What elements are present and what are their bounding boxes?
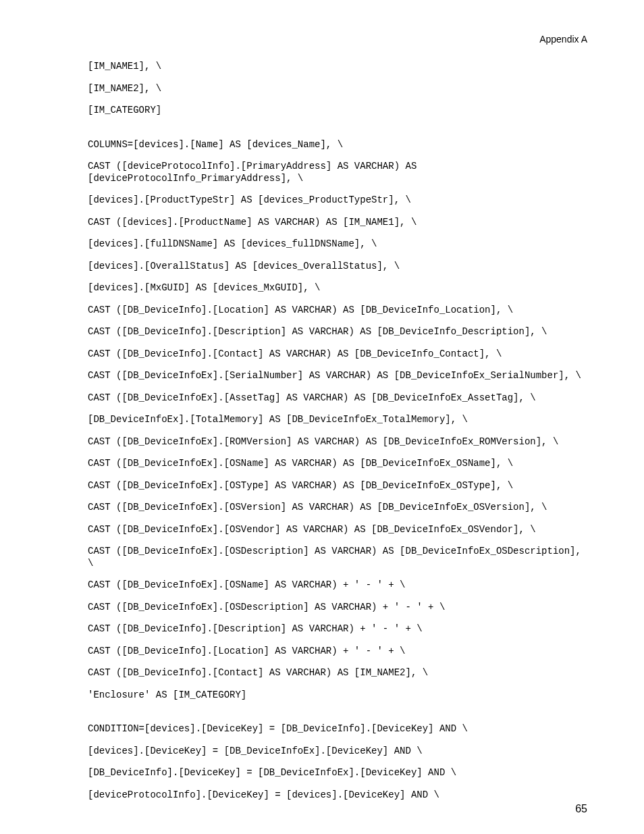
page-footer: 65: [575, 803, 587, 815]
code-line: CAST ([DB_DeviceInfo].[Contact] AS VARCH…: [88, 667, 587, 679]
code-line: [devices].[DeviceKey] = [DB_DeviceInfoEx…: [88, 746, 587, 758]
code-line: CAST ([DB_DeviceInfo].[Location] AS VARC…: [88, 646, 587, 658]
code-line: 'Enclosure' AS [IM_CATEGORY]: [88, 689, 587, 702]
code-line: [DB_DeviceInfo].[DeviceKey] = [DB_Device…: [88, 767, 587, 779]
code-line: CAST ([DB_DeviceInfoEx].[OSName] AS VARC…: [88, 579, 587, 592]
blank-line: [88, 127, 587, 139]
code-line: CAST ([DB_DeviceInfoEx].[OSVendor] AS VA…: [88, 524, 587, 536]
code-line: CAST ([devices].[ProductName] AS VARCHAR…: [88, 217, 587, 229]
code-line: CONDITION=[devices].[DeviceKey] = [DB_De…: [88, 723, 587, 735]
code-line: CAST ([DB_DeviceInfo].[Description] AS V…: [88, 623, 587, 635]
page-number: 65: [575, 803, 587, 814]
page-header: Appendix A: [539, 34, 587, 45]
code-line: CAST ([deviceProtocolInfo].[PrimaryAddre…: [88, 161, 587, 184]
appendix-label: Appendix A: [539, 34, 587, 45]
code-line: CAST ([DB_DeviceInfo].[Location] AS VARC…: [88, 305, 587, 317]
blank-line: [88, 711, 587, 723]
code-line: CAST ([DB_DeviceInfo].[Contact] AS VARCH…: [88, 348, 587, 361]
code-line: CAST ([DB_DeviceInfoEx].[OSType] AS VARC…: [88, 480, 587, 492]
code-line: CAST ([DB_DeviceInfoEx].[OSDescription] …: [88, 602, 587, 614]
code-block: [IM_NAME1], \ [IM_NAME2], \ [IM_CATEGORY…: [88, 61, 587, 811]
code-line: [devices].[MxGUID] AS [devices_MxGUID], …: [88, 282, 587, 294]
code-line: [deviceProtocolInfo].[DeviceKey] = [devi…: [88, 789, 587, 802]
code-line: CAST ([DB_DeviceInfoEx].[OSName] AS VARC…: [88, 458, 587, 470]
code-line: CAST ([DB_DeviceInfoEx].[AssetTag] AS VA…: [88, 392, 587, 405]
code-line: CAST ([DB_DeviceInfoEx].[OSVersion] AS V…: [88, 502, 587, 514]
code-line: [IM_NAME1], \: [88, 61, 587, 73]
code-line: [IM_CATEGORY]: [88, 105, 587, 117]
code-line: [DB_DeviceInfoEx].[TotalMemory] AS [DB_D…: [88, 414, 587, 426]
code-line: COLUMNS=[devices].[Name] AS [devices_Nam…: [88, 139, 587, 151]
code-line: CAST ([DB_DeviceInfoEx].[ROMVersion] AS …: [88, 436, 587, 448]
code-line: CAST ([DB_DeviceInfo].[Description] AS V…: [88, 326, 587, 338]
code-line: [devices].[ProductTypeStr] AS [devices_P…: [88, 194, 587, 207]
code-line: [IM_NAME2], \: [88, 83, 587, 95]
code-line: [devices].[fullDNSName] AS [devices_full…: [88, 238, 587, 251]
code-line: CAST ([DB_DeviceInfoEx].[OSDescription] …: [88, 546, 587, 569]
code-line: CAST ([DB_DeviceInfoEx].[SerialNumber] A…: [88, 370, 587, 382]
code-line: [devices].[OverallStatus] AS [devices_Ov…: [88, 261, 587, 273]
